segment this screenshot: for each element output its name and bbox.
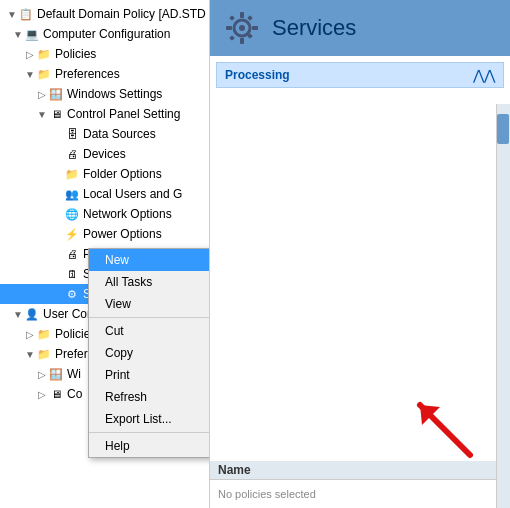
tree-item-windows-settings[interactable]: ▷ 🪟 Windows Settings xyxy=(0,84,209,104)
label-preferences: Preferences xyxy=(55,65,120,83)
label-windows-settings: Windows Settings xyxy=(67,85,162,103)
label-user-co: Co xyxy=(67,385,82,403)
services-icon-svg xyxy=(224,10,260,46)
separator-1 xyxy=(89,317,210,318)
icon-local-users: 👥 xyxy=(64,186,80,202)
svg-rect-9 xyxy=(247,15,253,21)
services-header-icon xyxy=(222,8,262,48)
tree-item-policies[interactable]: ▷ 📁 Policies xyxy=(0,44,209,64)
icon-policy: 📋 xyxy=(18,6,34,22)
label-root: Default Domain Policy [AD.STD xyxy=(37,5,206,23)
icon-folder-policies: 📁 xyxy=(36,46,52,62)
icon-folder-user-policies: 📁 xyxy=(36,326,52,342)
tree-item-network-options[interactable]: 🌐 Network Options xyxy=(0,204,209,224)
right-header-title: Services xyxy=(272,15,356,41)
context-menu-item-help[interactable]: Help xyxy=(89,435,210,457)
context-menu-item-print[interactable]: Print xyxy=(89,364,210,386)
icon-folder-user-preferences: 📁 xyxy=(36,346,52,362)
context-menu-item-cut[interactable]: Cut xyxy=(89,320,210,342)
toggle-user-policies[interactable]: ▷ xyxy=(24,329,36,340)
icon-data-sources: 🗄 xyxy=(64,126,80,142)
toggle-user-wi[interactable]: ▷ xyxy=(36,369,48,380)
processing-collapse-btn[interactable]: ⋀⋀ xyxy=(473,67,495,83)
context-menu-item-all-tasks[interactable]: All Tasks ▶ xyxy=(89,271,210,293)
svg-rect-5 xyxy=(252,26,258,30)
context-menu-label-print: Print xyxy=(105,368,130,382)
vertical-scrollbar[interactable] xyxy=(496,104,510,508)
svg-rect-4 xyxy=(226,26,232,30)
label-computer: Computer Configuration xyxy=(43,25,170,43)
label-network-options: Network Options xyxy=(83,205,172,223)
context-menu-label-new: New xyxy=(105,253,129,267)
processing-bar: Processing ⋀⋀ xyxy=(216,62,504,88)
icon-scheduled-tasks: 🗓 xyxy=(64,266,80,282)
tree-item-control-panel[interactable]: ▼ 🖥 Control Panel Setting xyxy=(0,104,209,124)
toggle-user-conf[interactable]: ▼ xyxy=(12,309,24,320)
tree-item-power-options[interactable]: ⚡ Power Options xyxy=(0,224,209,244)
right-panel: Services Processing ⋀⋀ Name No policies … xyxy=(210,0,510,508)
icon-power-options: ⚡ xyxy=(64,226,80,242)
tree-item-root[interactable]: ▼ 📋 Default Domain Policy [AD.STD xyxy=(0,4,209,24)
icon-windows-settings: 🪟 xyxy=(48,86,64,102)
icon-folder-options: 📁 xyxy=(64,166,80,182)
red-arrow-annotation xyxy=(400,385,480,468)
label-user-wi: Wi xyxy=(67,365,81,383)
icon-user-wi: 🪟 xyxy=(48,366,64,382)
table-area: Name No policies selected xyxy=(210,461,496,508)
icon-user-conf: 👤 xyxy=(24,306,40,322)
context-menu-label-export-list: Export List... xyxy=(105,412,172,426)
label-folder-options: Folder Options xyxy=(83,165,162,183)
context-menu-item-view[interactable]: View ▶ xyxy=(89,293,210,315)
toggle-windows-settings[interactable]: ▷ xyxy=(36,89,48,100)
label-control-panel: Control Panel Setting xyxy=(67,105,180,123)
processing-label: Processing xyxy=(225,68,290,82)
context-menu-item-refresh[interactable]: Refresh xyxy=(89,386,210,408)
toggle-user-co[interactable]: ▷ xyxy=(36,389,48,400)
tree-item-data-sources[interactable]: 🗄 Data Sources xyxy=(0,124,209,144)
separator-2 xyxy=(89,432,210,433)
label-data-sources: Data Sources xyxy=(83,125,156,143)
context-menu-label-refresh: Refresh xyxy=(105,390,147,404)
icon-printers: 🖨 xyxy=(64,246,80,262)
tree-item-devices[interactable]: 🖨 Devices xyxy=(0,144,209,164)
toggle-preferences[interactable]: ▼ xyxy=(24,69,36,80)
tree-item-computer-config[interactable]: ▼ 💻 Computer Configuration xyxy=(0,24,209,44)
label-policies: Policies xyxy=(55,45,96,63)
icon-computer: 💻 xyxy=(24,26,40,42)
svg-rect-8 xyxy=(229,35,235,41)
icon-services-node: ⚙ xyxy=(64,286,80,302)
tree-item-preferences[interactable]: ▼ 📁 Preferences xyxy=(0,64,209,84)
context-menu-label-cut: Cut xyxy=(105,324,124,338)
toggle-control-panel[interactable]: ▼ xyxy=(36,109,48,120)
svg-point-1 xyxy=(239,25,245,31)
label-user-policies: Policie xyxy=(55,325,90,343)
icon-network-options: 🌐 xyxy=(64,206,80,222)
icon-devices: 🖨 xyxy=(64,146,80,162)
context-menu-item-export-list[interactable]: Export List... xyxy=(89,408,210,430)
left-panel: ▼ 📋 Default Domain Policy [AD.STD ▼ 💻 Co… xyxy=(0,0,210,508)
context-menu-item-copy[interactable]: Copy xyxy=(89,342,210,364)
label-power-options: Power Options xyxy=(83,225,162,243)
label-local-users: Local Users and G xyxy=(83,185,182,203)
context-menu-label-all-tasks: All Tasks xyxy=(105,275,152,289)
right-content: Processing ⋀⋀ Name No policies selected xyxy=(210,56,510,508)
tree-item-folder-options[interactable]: 📁 Folder Options xyxy=(0,164,209,184)
no-policy-text: No policies selected xyxy=(210,480,496,508)
toggle-computer[interactable]: ▼ xyxy=(12,29,24,40)
toggle-policies[interactable]: ▷ xyxy=(24,49,36,60)
icon-folder-preferences: 📁 xyxy=(36,66,52,82)
context-menu-label-help: Help xyxy=(105,439,130,453)
context-menu-item-new[interactable]: New ▶ xyxy=(89,249,210,271)
context-menu-label-view: View xyxy=(105,297,131,311)
tree-item-local-users[interactable]: 👥 Local Users and G xyxy=(0,184,209,204)
toggle-root[interactable]: ▼ xyxy=(6,9,18,20)
icon-control-panel: 🖥 xyxy=(48,106,64,122)
col-name: Name xyxy=(218,463,251,477)
svg-rect-6 xyxy=(229,15,235,21)
toggle-user-preferences[interactable]: ▼ xyxy=(24,349,36,360)
scroll-thumb[interactable] xyxy=(497,114,509,144)
icon-user-co: 🖥 xyxy=(48,386,64,402)
label-devices: Devices xyxy=(83,145,126,163)
svg-rect-2 xyxy=(240,12,244,18)
svg-rect-3 xyxy=(240,38,244,44)
